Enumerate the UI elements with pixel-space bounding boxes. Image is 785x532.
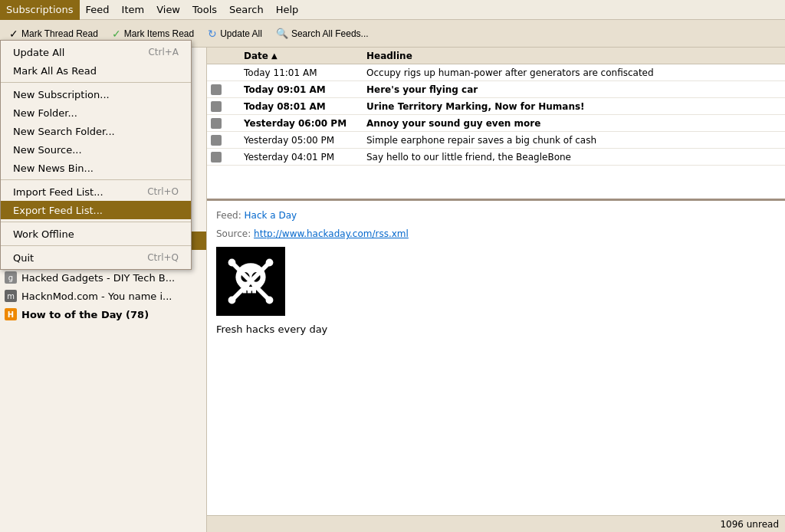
svg-rect-5 xyxy=(248,288,251,293)
menu-feed[interactable]: Feed xyxy=(80,0,116,20)
statusbar: 1096 unread xyxy=(207,515,785,532)
article-status xyxy=(207,84,225,95)
svg-point-10 xyxy=(228,259,236,267)
unread-icon xyxy=(211,118,222,129)
article-headline: Say hello to our little friend, the Beag… xyxy=(363,152,785,163)
unread-icon xyxy=(211,84,222,95)
unread-icon xyxy=(211,152,222,163)
menu-import-feed[interactable]: Import Feed List... Ctrl+O xyxy=(1,182,191,201)
feed-label: Feed: xyxy=(216,210,241,221)
feed-icon: m xyxy=(5,290,17,302)
menu-item[interactable]: Item xyxy=(116,0,151,20)
svg-point-13 xyxy=(228,297,236,304)
menu-export-feed[interactable]: Export Feed List... xyxy=(1,201,191,219)
article-list: Date ▲ Headline Today 11:01 AM Occupy ri… xyxy=(207,48,785,201)
menu-subscriptions[interactable]: Subscriptions xyxy=(0,0,80,20)
menubar: Subscriptions Feed Item View Tools Searc… xyxy=(0,0,785,20)
search-all-button[interactable]: 🔍 Search All Feeds... xyxy=(270,23,375,44)
article-headline: Urine Territory Marking, Now for Humans! xyxy=(363,101,785,112)
headline-col-header[interactable]: Headline xyxy=(363,51,785,61)
article-content: Feed: Hack a Day Source: http://www.hack… xyxy=(207,201,785,515)
sidebar-item-hacknmod[interactable]: m HacknMod.com - You name i... xyxy=(0,287,206,305)
article-row[interactable]: Today 08:01 AM Urine Territory Marking, … xyxy=(207,98,785,115)
article-description: Fresh hacks every day xyxy=(216,323,776,335)
menu-separator-4 xyxy=(1,245,191,246)
sidebar-item-how-to[interactable]: H How to of the Day (78) xyxy=(0,305,206,323)
article-status xyxy=(207,101,225,112)
menu-separator-3 xyxy=(1,222,191,222)
article-image xyxy=(216,247,285,316)
menu-new-subscription[interactable]: New Subscription... xyxy=(1,85,191,103)
menu-new-source[interactable]: New Source... xyxy=(1,140,191,159)
menu-separator-2 xyxy=(1,179,191,180)
article-meta: Feed: Hack a Day xyxy=(216,210,776,221)
menu-mark-all-read[interactable]: Mark All As Read xyxy=(1,61,191,80)
checkmark-icon: ✓ xyxy=(112,28,121,40)
article-headline: Here's your flying car xyxy=(363,84,785,95)
article-headline: Simple earphone repair saves a big chunk… xyxy=(363,135,785,146)
unread-icon xyxy=(211,101,222,112)
menu-new-folder[interactable]: New Folder... xyxy=(1,103,191,122)
menu-tools[interactable]: Tools xyxy=(186,0,223,20)
menu-new-search-folder[interactable]: New Search Folder... xyxy=(1,122,191,140)
date-col-header[interactable]: Date ▲ xyxy=(241,51,363,61)
menu-search[interactable]: Search xyxy=(223,0,270,20)
article-date: Yesterday 06:00 PM xyxy=(241,118,363,129)
source-url-link[interactable]: http://www.hackaday.com/rss.xml xyxy=(254,228,409,239)
menu-help[interactable]: Help xyxy=(270,0,305,20)
menu-update-all[interactable]: Update All Ctrl+A xyxy=(1,43,191,61)
article-row[interactable]: Yesterday 04:01 PM Say hello to our litt… xyxy=(207,149,785,166)
svg-point-0 xyxy=(235,263,265,291)
unread-count: 1096 unread xyxy=(720,519,779,530)
article-row[interactable]: Yesterday 06:00 PM Annoy your sound guy … xyxy=(207,115,785,132)
sidebar-item-hacked-gadgets[interactable]: g Hacked Gadgets - DIY Tech B... xyxy=(0,268,206,287)
svg-point-11 xyxy=(266,297,274,304)
update-all-button[interactable]: ↻ Update All xyxy=(202,23,268,44)
article-date: Today 09:01 AM xyxy=(241,84,363,95)
feed-name: How to of the Day (78) xyxy=(21,309,149,320)
article-status xyxy=(207,135,225,146)
menu-quit[interactable]: Quit Ctrl+Q xyxy=(1,248,191,267)
unread-icon xyxy=(211,135,222,146)
article-row[interactable]: Today 09:01 AM Here's your flying car xyxy=(207,81,785,98)
skull-svg xyxy=(224,255,278,308)
subscriptions-dropdown: Update All Ctrl+A Mark All As Read New S… xyxy=(0,40,192,270)
menu-view[interactable]: View xyxy=(150,0,186,20)
feed-name: Hacked Gadgets - DIY Tech B... xyxy=(21,272,175,284)
feed-icon: g xyxy=(5,271,17,284)
mark-thread-icon: ✓ xyxy=(9,28,18,40)
article-list-header: Date ▲ Headline xyxy=(207,48,785,64)
source-label: Source: xyxy=(216,228,251,239)
menu-work-offline[interactable]: Work Offline xyxy=(1,225,191,243)
svg-point-12 xyxy=(266,259,274,267)
article-source: Source: http://www.hackaday.com/rss.xml xyxy=(216,228,776,239)
article-row[interactable]: Today 11:01 AM Occupy rigs up human-powe… xyxy=(207,64,785,81)
feed-name: HacknMod.com - You name i... xyxy=(21,291,172,302)
article-headline: Annoy your sound guy even more xyxy=(363,118,785,129)
article-row[interactable]: Yesterday 05:00 PM Simple earphone repai… xyxy=(207,132,785,149)
search-icon: 🔍 xyxy=(276,28,288,39)
feed-name-link[interactable]: Hack a Day xyxy=(245,210,297,221)
article-date: Yesterday 05:00 PM xyxy=(241,135,363,146)
article-date: Yesterday 04:01 PM xyxy=(241,152,363,163)
menu-separator-1 xyxy=(1,82,191,83)
menu-new-news-bin[interactable]: New News Bin... xyxy=(1,159,191,177)
article-date: Today 11:01 AM xyxy=(241,67,363,78)
article-date: Today 08:01 AM xyxy=(241,101,363,112)
article-status xyxy=(207,152,225,163)
content-area: Date ▲ Headline Today 11:01 AM Occupy ri… xyxy=(207,48,785,532)
refresh-icon: ↻ xyxy=(208,28,217,40)
article-status xyxy=(207,118,225,129)
article-headline: Occupy rigs up human-power after generat… xyxy=(363,67,785,78)
feed-icon: H xyxy=(5,308,17,320)
sort-arrow-icon: ▲ xyxy=(271,51,278,60)
